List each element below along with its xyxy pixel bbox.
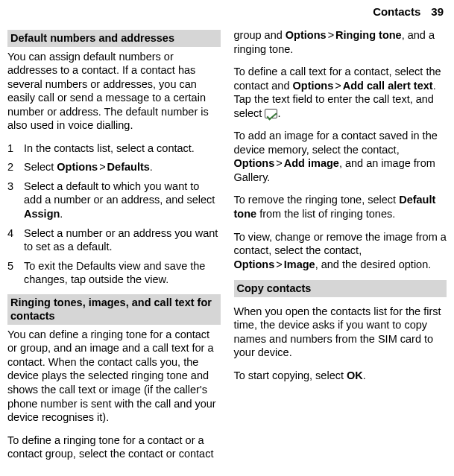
intro-default-numbers: You can assign default numbers or addres…: [7, 50, 221, 133]
step-body: In the contacts list, select a contact.: [24, 142, 221, 156]
image-label: Image: [284, 258, 315, 270]
step-number: 1: [7, 142, 24, 156]
step-number: 2: [7, 160, 24, 174]
header-page-number: 39: [431, 5, 444, 18]
add-call-alert-label: Add call alert text: [343, 80, 433, 92]
heading-ringing-tones: Ringing tones, images, and call text for…: [7, 294, 221, 325]
step-5: 5 To exit the Defaults view and save the…: [7, 259, 221, 287]
para-start-copying: To start copying, select OK.: [234, 369, 447, 383]
assign-label: Assign: [24, 208, 60, 220]
header-section: Contacts: [373, 5, 420, 18]
para-image-options: To view, change or remove the image from…: [234, 230, 447, 272]
ok-label: OK: [347, 369, 363, 381]
step-3: 3 Select a default to which you want to …: [7, 180, 221, 221]
step-body: Select Options>Defaults.: [24, 160, 221, 174]
step-number: 3: [7, 180, 24, 221]
page-body: Default numbers and addresses You can as…: [7, 28, 447, 472]
options-label: Options: [234, 157, 275, 169]
checkmark-icon: [265, 109, 277, 118]
steps-default-numbers: 1 In the contacts list, select a contact…: [7, 142, 221, 287]
defaults-label: Defaults: [107, 161, 150, 173]
para-copy-intro: When you open the contacts list for the …: [234, 305, 447, 360]
step-body: Select a default to which you want to ad…: [24, 180, 221, 221]
options-label: Options: [286, 29, 327, 41]
step-1: 1 In the contacts list, select a contact…: [7, 142, 221, 156]
step-number: 5: [7, 259, 24, 287]
para-remove-tone: To remove the ringing tone, select Defau…: [234, 193, 447, 220]
para-ringing-intro: You can define a ringing tone for a cont…: [7, 328, 221, 425]
options-label: Options: [234, 258, 275, 270]
add-image-label: Add image: [284, 157, 339, 169]
step-body: Select a number or an address you want t…: [24, 226, 221, 254]
page-header: Contacts39: [373, 4, 444, 19]
heading-default-numbers: Default numbers and addresses: [7, 30, 221, 47]
options-label: Options: [57, 161, 98, 173]
ringing-tone-label: Ringing tone: [335, 29, 402, 41]
step-number: 4: [7, 226, 24, 254]
step-body: To exit the Defaults view and save the c…: [24, 259, 221, 287]
para-add-image: To add an image for a contact saved in t…: [234, 129, 447, 184]
heading-copy-contacts: Copy contacts: [234, 280, 447, 297]
options-label: Options: [293, 80, 334, 92]
para-define-calltext: To define a call text for a contact, sel…: [234, 65, 447, 120]
step-4: 4 Select a number or an address you want…: [7, 226, 221, 254]
step-2: 2 Select Options>Defaults.: [7, 160, 221, 174]
